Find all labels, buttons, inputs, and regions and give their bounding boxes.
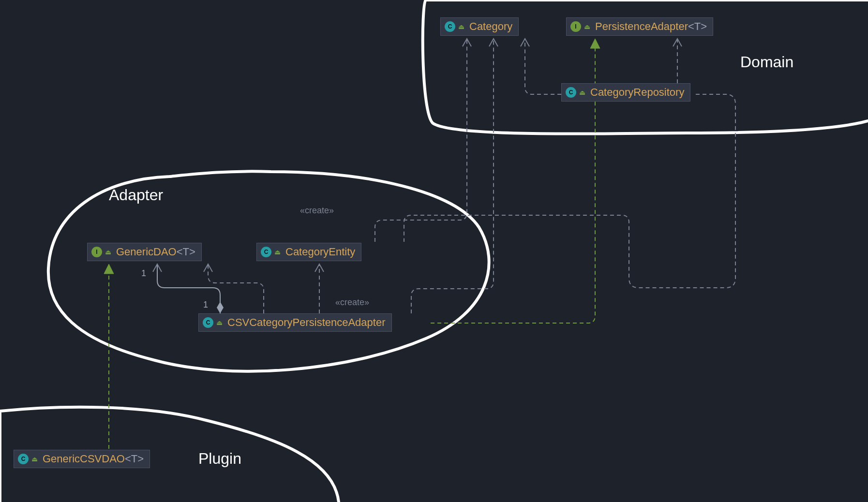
visibility-icon: ⏏ <box>31 455 38 463</box>
visibility-icon: ⏏ <box>458 23 464 30</box>
edge-agg-csvadapter-genericdao <box>157 265 220 313</box>
multiplicity-1a: 1 <box>141 268 146 279</box>
region-label-plugin: Plugin <box>198 450 241 468</box>
node-generic-dao[interactable]: I ⏏ GenericDAO<T> <box>87 243 202 261</box>
edge-dep-categoryrepository-category <box>525 40 561 94</box>
node-label: CategoryRepository <box>590 86 684 99</box>
arrowhead-open <box>315 264 324 272</box>
node-persistence-adapter[interactable]: I ⏏ PersistenceAdapter<T> <box>566 17 713 36</box>
arrowhead-open <box>489 39 498 46</box>
node-label: CSVCategoryPersistenceAdapter <box>227 316 386 329</box>
visibility-icon: ⏏ <box>216 319 223 326</box>
node-generic-csv-dao[interactable]: C ⏏ GenericCSVDAO<T> <box>14 450 150 468</box>
visibility-icon: ⏏ <box>274 248 281 256</box>
node-label: Category <box>469 20 512 33</box>
class-icon: C <box>18 454 29 464</box>
region-label-domain: Domain <box>740 53 793 71</box>
node-category[interactable]: C ⏏ Category <box>440 17 519 36</box>
arrowhead-open <box>153 264 162 272</box>
arrowhead-tri-green <box>590 39 600 48</box>
edge-dep-csvadapter-category <box>411 40 494 313</box>
multiplicity-1b: 1 <box>203 300 208 310</box>
node-category-entity[interactable]: C ⏏ CategoryEntity <box>256 243 361 261</box>
class-icon: C <box>203 317 213 328</box>
interface-icon: I <box>91 247 102 257</box>
edge-dep-outer-loop <box>404 94 735 288</box>
arrowhead-open <box>463 39 471 46</box>
node-label: GenericCSVDAO<T> <box>43 453 144 465</box>
region-label-adapter: Adapter <box>109 186 163 204</box>
visibility-icon: ⏏ <box>579 89 585 96</box>
edge-create-categoryentity-category <box>375 40 467 242</box>
diagram-canvas: Domain Adapter Plugin «create» «create» … <box>0 0 868 502</box>
node-category-repository[interactable]: C ⏏ CategoryRepository <box>561 83 690 102</box>
edge-label-create-1: «create» <box>300 206 334 216</box>
visibility-icon: ⏏ <box>584 23 590 30</box>
arrowhead-open <box>673 39 682 46</box>
node-label: CategoryEntity <box>285 246 355 258</box>
node-csv-category-persistence-adapter[interactable]: C ⏏ CSVCategoryPersistenceAdapter <box>198 313 392 332</box>
arrowhead-open <box>204 264 212 272</box>
class-icon: C <box>261 247 271 257</box>
node-label: GenericDAO<T> <box>116 246 195 258</box>
class-icon: C <box>566 87 576 98</box>
diamond-aggregation <box>217 302 224 313</box>
node-label: PersistenceAdapter<T> <box>595 20 707 33</box>
arrowhead-open <box>521 39 529 46</box>
class-icon: C <box>445 21 455 32</box>
edge-dep-csvadapter-genericdao <box>208 265 264 313</box>
visibility-icon: ⏏ <box>105 248 111 256</box>
arrowhead-tri-green <box>104 264 114 274</box>
edge-label-create-2: «create» <box>335 297 369 308</box>
interface-icon: I <box>570 21 581 32</box>
